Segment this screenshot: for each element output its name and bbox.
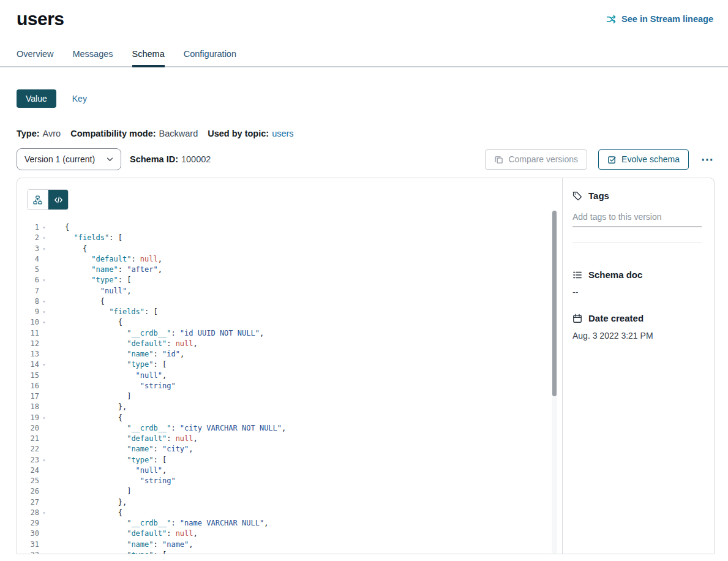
code-text: "default": null, [65, 339, 198, 349]
line-number: 28 [17, 508, 39, 518]
stream-lineage-link[interactable]: See in Stream lineage [606, 14, 713, 24]
tab-messages[interactable]: Messages [72, 49, 113, 66]
evolve-schema-button[interactable]: Evolve schema [598, 149, 689, 170]
collapse-arrow-icon[interactable]: ▾ [39, 244, 49, 254]
collapse-arrow-placeholder [39, 349, 49, 360]
code-text: "__crdb__": "id UUID NOT NULL", [65, 328, 264, 339]
type-label: Type: [17, 129, 40, 138]
editor-scrollbar[interactable] [552, 210, 557, 554]
more-options-button[interactable]: ⋯ [700, 153, 715, 165]
line-number: 27 [17, 497, 39, 508]
code-text: "name": "city", [65, 444, 193, 454]
line-number: 21 [17, 434, 39, 444]
collapse-arrow-placeholder [39, 286, 49, 296]
code-text: "__crdb__": "city VARCHAR NOT NULL", [65, 423, 286, 434]
collapse-arrow-icon[interactable]: ▾ [39, 455, 49, 465]
tags-input[interactable] [572, 209, 702, 227]
version-select[interactable]: Version 1 (current) [17, 148, 121, 170]
collapse-arrow-placeholder [39, 486, 49, 497]
code-text: "default": null, [65, 529, 198, 539]
code-text: ] [65, 486, 131, 497]
code-text: "__crdb__": "name VARCHAR NULL", [65, 518, 268, 529]
schema-doc-value: -- [572, 287, 702, 297]
line-number: 4 [17, 254, 39, 265]
code-text: }, [65, 402, 127, 412]
version-select-value: Version 1 (current) [24, 154, 95, 164]
topic-link[interactable]: users [272, 129, 293, 138]
collapse-arrow-icon[interactable]: ▾ [39, 360, 49, 370]
code-line: 23▾ "type": [ [17, 455, 562, 465]
collapse-arrow-icon[interactable]: ▾ [39, 222, 49, 233]
collapse-arrow-icon[interactable]: ▾ [39, 550, 49, 554]
code-line: 26 ] [17, 486, 562, 497]
date-created-section: Date created Aug. 3 2022 3:21 PM [572, 313, 702, 341]
code-line: 8▾ { [17, 296, 562, 307]
topic-schema-page: users See in Stream lineage OverviewMess… [0, 0, 728, 561]
tab-configuration[interactable]: Configuration [184, 49, 236, 66]
code-line: 12 "default": null, [17, 339, 562, 349]
collapse-arrow-placeholder [39, 465, 49, 476]
code-line: 24 "null", [17, 465, 562, 476]
collapse-arrow-icon[interactable]: ▾ [39, 317, 49, 328]
line-number: 19 [17, 413, 39, 423]
line-number: 14 [17, 360, 39, 370]
line-number: 20 [17, 423, 39, 434]
line-number: 22 [17, 444, 39, 454]
line-number: 3 [17, 244, 39, 254]
code-line: 9▾ "fields": [ [17, 307, 562, 317]
type-value: Avro [43, 129, 61, 138]
code-line: 13 "name": "id", [17, 349, 562, 360]
code-line: 3▾ { [17, 244, 562, 254]
line-number: 23 [17, 455, 39, 465]
code-text: "null", [65, 371, 167, 381]
code-view-button[interactable] [48, 190, 68, 209]
code-text: { [65, 508, 122, 518]
collapse-arrow-placeholder [39, 391, 49, 402]
code-line: 28▾ { [17, 508, 562, 518]
collapse-arrow-placeholder [39, 265, 49, 275]
collapse-arrow-icon[interactable]: ▾ [39, 233, 49, 243]
collapse-arrow-placeholder [39, 328, 49, 339]
code-line: 5 "name": "after", [17, 265, 562, 275]
chevron-down-icon [107, 157, 113, 162]
evolve-schema-label: Evolve schema [621, 154, 680, 164]
collapse-arrow-icon[interactable]: ▾ [39, 307, 49, 317]
line-number: 18 [17, 402, 39, 412]
tree-view-button[interactable] [28, 190, 48, 209]
code-text: ] [65, 391, 131, 402]
collapse-arrow-icon[interactable]: ▾ [39, 508, 49, 518]
scrollbar-thumb[interactable] [552, 211, 557, 396]
code-text: "type": [ [65, 360, 167, 370]
line-number: 5 [17, 265, 39, 275]
code-line: 18 }, [17, 402, 562, 412]
collapse-arrow-icon[interactable]: ▾ [39, 296, 49, 307]
code-line: 25 "string" [17, 476, 562, 486]
compare-versions-button[interactable]: Compare versions [485, 149, 587, 170]
line-number: 2 [17, 233, 39, 243]
line-number: 11 [17, 328, 39, 339]
collapse-arrow-placeholder [39, 423, 49, 434]
collapse-arrow-icon[interactable]: ▾ [39, 413, 49, 423]
line-number: 30 [17, 529, 39, 539]
schema-doc-section: Schema doc -- [572, 269, 702, 297]
code-text: { [65, 317, 122, 328]
key-toggle-button[interactable]: Key [72, 94, 87, 104]
tab-schema[interactable]: Schema [132, 49, 165, 66]
code-text: "default": null, [65, 254, 162, 265]
line-number: 16 [17, 381, 39, 391]
tab-overview[interactable]: Overview [17, 49, 53, 66]
code-line: 15 "null", [17, 371, 562, 381]
code-text: "type": [ [65, 550, 167, 554]
collapse-arrow-placeholder [39, 497, 49, 508]
collapse-arrow-icon[interactable]: ▾ [39, 275, 49, 285]
date-created-header: Date created [572, 313, 702, 323]
collapse-arrow-placeholder [39, 381, 49, 391]
stream-lineage-icon [606, 14, 617, 24]
tags-section-header: Tags [572, 190, 702, 201]
code-text: { [65, 413, 122, 423]
line-number: 15 [17, 371, 39, 381]
collapse-arrow-placeholder [39, 402, 49, 412]
value-key-toggle: Value Key [17, 89, 728, 108]
value-toggle-button[interactable]: Value [17, 89, 56, 108]
code-line: 10▾ { [17, 317, 562, 328]
